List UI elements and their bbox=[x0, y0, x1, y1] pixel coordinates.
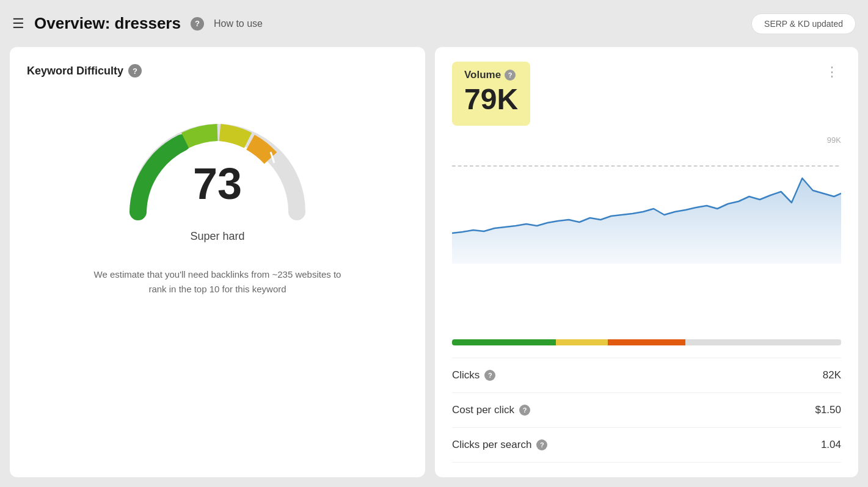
help-icon[interactable]: ? bbox=[191, 17, 204, 31]
bar-orange bbox=[608, 339, 685, 345]
clicks-value: 82K bbox=[823, 369, 841, 381]
card-header: Keyword Difficulty ? bbox=[27, 64, 408, 78]
difficulty-description: We estimate that you'll need backlinks f… bbox=[89, 267, 346, 297]
clicks-label-group: Clicks ? bbox=[452, 369, 495, 381]
cpc-row: Cost per click ? $1.50 bbox=[452, 393, 841, 428]
volume-help-icon[interactable]: ? bbox=[505, 70, 516, 81]
gauge-container: 73 bbox=[120, 102, 315, 224]
bar-green bbox=[452, 339, 556, 345]
more-options-icon[interactable]: ⋮ bbox=[823, 62, 841, 82]
volume-chart-svg bbox=[452, 135, 841, 270]
volume-label: Volume bbox=[464, 69, 501, 81]
cps-help-icon[interactable]: ? bbox=[536, 439, 547, 450]
how-to-use-link[interactable]: How to use bbox=[214, 18, 263, 29]
gauge-score: 73 bbox=[193, 162, 242, 206]
serp-badge: SERP & KD updated bbox=[751, 13, 856, 34]
volume-card: Volume ? 79K ⋮ 99K bbox=[435, 47, 858, 477]
volume-box: Volume ? 79K bbox=[452, 62, 530, 126]
volume-value: 79K bbox=[464, 84, 518, 116]
cps-row: Clicks per search ? 1.04 bbox=[452, 428, 841, 463]
clicks-label: Clicks bbox=[452, 369, 480, 381]
bar-gray bbox=[685, 339, 841, 345]
keyword-difficulty-help-icon[interactable]: ? bbox=[128, 64, 142, 78]
volume-chart-area: 99K bbox=[452, 135, 841, 330]
header: ☰ Overview: dressers ? How to use SERP &… bbox=[0, 0, 868, 47]
page-title: Overview: dressers bbox=[34, 14, 181, 33]
keyword-difficulty-card: Keyword Difficulty ? 73 Super hard W bbox=[10, 47, 425, 477]
cps-value: 1.04 bbox=[821, 439, 841, 451]
cpc-label: Cost per click bbox=[452, 404, 514, 416]
cpc-value: $1.50 bbox=[815, 404, 841, 416]
cpc-help-icon[interactable]: ? bbox=[519, 405, 530, 416]
keyword-difficulty-title: Keyword Difficulty bbox=[27, 65, 123, 78]
cps-label-group: Clicks per search ? bbox=[452, 439, 547, 451]
volume-label-row: Volume ? bbox=[464, 69, 518, 81]
clicks-help-icon[interactable]: ? bbox=[484, 370, 495, 381]
main-content: Keyword Difficulty ? 73 Super hard W bbox=[0, 47, 868, 487]
cpc-label-group: Cost per click ? bbox=[452, 404, 530, 416]
chart-y-max-label: 99K bbox=[827, 135, 841, 145]
menu-icon[interactable]: ☰ bbox=[12, 17, 24, 31]
clicks-row: Clicks ? 82K bbox=[452, 358, 841, 393]
volume-top-row: Volume ? 79K ⋮ bbox=[452, 62, 841, 126]
bar-yellow bbox=[556, 339, 608, 345]
difficulty-color-bar bbox=[452, 339, 841, 345]
stats-section: Clicks ? 82K Cost per click ? $1.50 Clic… bbox=[452, 358, 841, 463]
cps-label: Clicks per search bbox=[452, 439, 531, 451]
